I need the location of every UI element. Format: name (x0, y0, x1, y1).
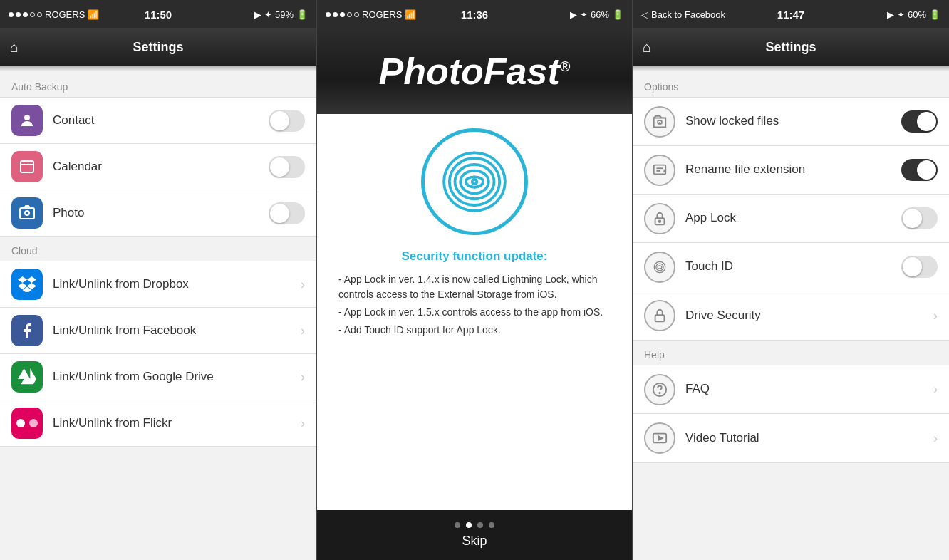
nav-title-3: Settings (765, 40, 816, 55)
security-item-3: - Add Touch ID support for App Lock. (338, 323, 611, 338)
app-lock-label: App Lock (685, 210, 901, 226)
contact-toggle-knob (270, 111, 289, 130)
list-item[interactable]: Link/Unlink from Google Drive › (0, 354, 316, 400)
touch-id-knob (903, 257, 922, 276)
battery-icon-1: 🔋 (296, 9, 308, 20)
page-dot-4 (489, 522, 494, 528)
contact-toggle[interactable] (269, 110, 305, 132)
list-item[interactable]: Link/Unlink from Flickr › (0, 400, 316, 446)
carrier-2: ROGERS (362, 9, 402, 20)
page-dot-2 (466, 522, 472, 528)
auto-backup-list: Contact Calendar Photo (0, 97, 316, 237)
rename-ext-knob (917, 160, 936, 180)
security-title: Security function update: (402, 249, 548, 264)
security-text: - App Lock in ver. 1.4.x is now called L… (338, 272, 611, 341)
section-label-help: Help (633, 341, 949, 365)
page-dots (455, 522, 494, 528)
help-list: FAQ › Video Tutorial › (633, 365, 949, 463)
list-item[interactable]: Touch ID (633, 243, 949, 291)
list-item[interactable]: Photo (0, 190, 316, 236)
svg-point-9 (472, 180, 477, 185)
list-item[interactable]: App Lock (633, 195, 949, 243)
list-item[interactable]: Link/Unlink from Facebook › (0, 308, 316, 354)
list-item[interactable]: Contact (0, 98, 316, 144)
svg-point-16 (659, 220, 661, 222)
svg-rect-5 (20, 208, 34, 219)
contact-icon (11, 105, 43, 136)
chevron-gdrive: › (301, 370, 305, 385)
photofast-text: PhotoFast® (379, 51, 571, 92)
chevron-facebook: › (301, 323, 305, 338)
panel1-content: Auto Backup Contact Calendar (0, 66, 316, 560)
dot5 (354, 12, 359, 17)
photo-toggle[interactable] (269, 202, 305, 224)
photofast-logo: PhotoFast® (379, 50, 571, 93)
dot2 (333, 12, 338, 17)
facebook-icon (11, 315, 43, 346)
skip-button[interactable]: Skip (462, 534, 487, 549)
panel-3: ◁ Back to Facebook 11:47 ▶ ✦ 60% 🔋 ⌂ Set… (633, 0, 949, 560)
show-locked-toggle[interactable] (901, 110, 938, 133)
home-icon-1[interactable]: ⌂ (10, 39, 19, 56)
time-1: 11:50 (145, 9, 172, 21)
list-item[interactable]: Rename file extension (633, 146, 949, 195)
status-left-3: ◁ Back to Facebook (641, 9, 725, 20)
list-item[interactable]: Calendar (0, 144, 316, 190)
svg-point-8 (29, 419, 38, 427)
dot5 (37, 12, 42, 17)
list-item[interactable]: Link/Unlink from Dropbox › (0, 261, 316, 308)
rename-ext-toggle[interactable] (901, 159, 938, 181)
list-item[interactable]: Show locked files (633, 98, 949, 146)
svg-point-6 (25, 211, 29, 215)
status-bar-1: ROGERS 📶 11:50 ▶ ✦ 59% 🔋 (0, 0, 316, 28)
carrier-1: ROGERS (45, 9, 85, 20)
gdrive-label: Link/Unlink from Google Drive (53, 370, 301, 384)
signal-dots-2 (326, 12, 359, 17)
nav-title-1: Settings (133, 40, 183, 55)
gdrive-icon (11, 361, 43, 393)
time-3: 11:47 (777, 9, 804, 21)
battery-2: 66% (591, 9, 609, 20)
dot4 (347, 12, 352, 17)
time-2: 11:36 (461, 9, 488, 21)
video-tutorial-icon (644, 422, 675, 454)
signal-dots-1 (9, 12, 42, 17)
facebook-label: Link/Unlink from Facebook (53, 323, 301, 338)
fingerprint-circle (421, 128, 528, 235)
list-item[interactable]: Drive Security › (633, 291, 949, 340)
back-arrow-icon: ◁ (641, 9, 648, 20)
calendar-toggle[interactable] (269, 156, 305, 178)
faq-label: FAQ (685, 381, 933, 397)
dot1 (326, 12, 331, 17)
dot3 (340, 12, 345, 17)
status-left-2: ROGERS 📶 (326, 9, 416, 20)
calendar-icon (11, 151, 43, 182)
touch-id-toggle[interactable] (901, 256, 938, 278)
app-lock-toggle[interactable] (901, 207, 938, 229)
list-item[interactable]: FAQ › (633, 365, 949, 414)
svg-rect-1 (21, 161, 33, 172)
calendar-toggle-knob (270, 157, 289, 177)
panel3-content: Options Show locked files (633, 66, 949, 560)
nav-bar-1: ⌂ Settings (0, 28, 316, 66)
security-item-2: - App Lock in ver. 1.5.x controls access… (338, 305, 611, 320)
status-left-1: ROGERS 📶 (9, 9, 99, 20)
panel-2: ROGERS 📶 11:36 ▶ ✦ 66% 🔋 PhotoFast® (316, 0, 633, 560)
calendar-label: Calendar (53, 160, 269, 174)
status-right-2: ▶ ✦ 66% 🔋 (570, 9, 623, 20)
drive-security-label: Drive Security (685, 308, 933, 323)
dot3 (23, 12, 28, 17)
video-tutorial-label: Video Tutorial (685, 430, 933, 446)
status-bar-2: ROGERS 📶 11:36 ▶ ✦ 66% 🔋 (317, 0, 632, 28)
home-icon-3[interactable]: ⌂ (643, 39, 651, 56)
page-dot-1 (455, 522, 460, 528)
photo-icon (11, 197, 43, 229)
fingerprint-icon (435, 142, 514, 221)
status-right-1: ▶ ✦ 59% 🔋 (254, 9, 308, 20)
dropbox-label: Link/Unlink from Dropbox (53, 277, 301, 291)
drive-security-icon (644, 300, 675, 331)
svg-point-19 (659, 392, 660, 393)
list-item[interactable]: Video Tutorial › (633, 414, 949, 462)
panel-1: ROGERS 📶 11:50 ▶ ✦ 59% 🔋 ⌂ Settings Auto… (0, 0, 316, 560)
photo-toggle-knob (270, 204, 289, 223)
